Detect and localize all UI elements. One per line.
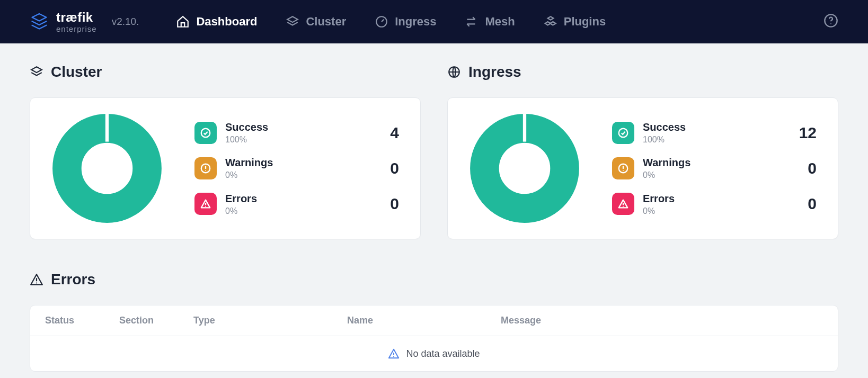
cubes-icon	[544, 15, 557, 29]
errors-table-empty: No data available	[30, 336, 838, 371]
overview-row: Cluster Success 10	[30, 64, 838, 239]
ingress-warnings-row: Warnings 0% 0	[612, 156, 817, 180]
ingress-warnings-value: 0	[808, 159, 817, 177]
help-button[interactable]	[823, 13, 838, 30]
nav-cluster-label: Cluster	[306, 15, 346, 29]
brand[interactable]: træfik enterprise v2.10.	[30, 11, 139, 33]
svg-point-8	[205, 170, 206, 171]
errors-title-text: Errors	[51, 271, 95, 288]
ingress-errors-value: 0	[808, 195, 817, 213]
cluster-warnings-pct: 0%	[225, 170, 273, 180]
cluster-title-text: Cluster	[51, 64, 102, 80]
cluster-success-value: 4	[390, 124, 399, 142]
cluster-donut	[51, 113, 163, 224]
brand-text: træfik enterprise	[56, 11, 97, 33]
errors-table: Status Section Type Name Message No data…	[30, 305, 838, 372]
cluster-errors-pct: 0%	[225, 206, 257, 216]
nav-plugins[interactable]: Plugins	[544, 15, 606, 29]
home-icon	[176, 15, 190, 29]
cluster-success-row: Success 100% 4	[194, 121, 399, 145]
col-type[interactable]: Type	[193, 315, 347, 326]
ingress-card: Success 100% 12 Warnings 0% 0	[447, 97, 838, 239]
cluster-warnings-value: 0	[390, 159, 399, 177]
help-icon	[823, 13, 838, 28]
nav-ingress[interactable]: Ingress	[375, 15, 436, 29]
errors-section: Errors Status Section Type Name Message …	[30, 271, 838, 372]
cluster-errors-label: Errors	[225, 192, 257, 205]
nav-dashboard-label: Dashboard	[196, 15, 257, 29]
cluster-errors-row: Errors 0% 0	[194, 192, 399, 216]
ingress-errors-row: Errors 0% 0	[612, 192, 817, 216]
errors-table-header: Status Section Type Name Message	[30, 305, 838, 336]
gauge-icon	[375, 15, 388, 29]
svg-point-19	[623, 206, 624, 207]
cluster-column: Cluster Success 10	[30, 64, 421, 239]
success-icon	[612, 122, 634, 144]
cluster-success-pct: 100%	[225, 134, 268, 145]
svg-point-21	[36, 282, 37, 283]
ingress-title: Ingress	[447, 64, 838, 80]
nav-cluster[interactable]: Cluster	[286, 15, 346, 29]
brand-name: træfik	[56, 11, 97, 24]
nav-mesh[interactable]: Mesh	[465, 15, 515, 29]
ingress-errors-label: Errors	[643, 192, 675, 205]
svg-point-14	[619, 129, 628, 138]
ingress-stats: Success 100% 12 Warnings 0% 0	[612, 121, 817, 216]
svg-point-23	[394, 356, 395, 357]
col-name[interactable]: Name	[347, 315, 501, 326]
cluster-stats: Success 100% 4 Warnings 0% 0	[194, 121, 399, 216]
layers-icon	[286, 15, 299, 29]
ingress-errors-pct: 0%	[643, 206, 675, 216]
ingress-success-pct: 100%	[643, 134, 686, 145]
ingress-column: Ingress Success 10	[447, 64, 838, 239]
svg-point-17	[623, 170, 624, 171]
svg-point-2	[830, 23, 831, 24]
version-label: v2.10.	[112, 16, 139, 28]
error-icon	[194, 193, 217, 215]
svg-point-5	[201, 129, 210, 138]
brand-subtitle: enterprise	[56, 25, 97, 33]
success-icon	[194, 122, 217, 144]
col-message[interactable]: Message	[501, 315, 823, 326]
error-icon	[612, 193, 634, 215]
info-triangle-icon	[388, 348, 400, 359]
cluster-title: Cluster	[30, 64, 421, 80]
main-nav: Dashboard Cluster Ingress Mesh Plugins	[176, 15, 606, 29]
col-section[interactable]: Section	[119, 315, 193, 326]
cluster-card: Success 100% 4 Warnings 0% 0	[30, 97, 421, 239]
nav-plugins-label: Plugins	[564, 15, 606, 29]
svg-rect-13	[523, 113, 526, 142]
nav-mesh-label: Mesh	[485, 15, 515, 29]
svg-rect-4	[105, 113, 109, 142]
errors-title: Errors	[30, 271, 838, 288]
nav-ingress-label: Ingress	[395, 15, 436, 29]
layers-icon	[30, 65, 43, 79]
globe-icon	[447, 65, 461, 79]
ingress-warnings-pct: 0%	[643, 170, 690, 180]
cluster-warnings-row: Warnings 0% 0	[194, 156, 399, 180]
swap-icon	[465, 15, 479, 29]
ingress-success-row: Success 100% 12	[612, 121, 817, 145]
nav-dashboard[interactable]: Dashboard	[176, 15, 257, 29]
col-status[interactable]: Status	[45, 315, 119, 326]
svg-point-10	[205, 206, 206, 207]
ingress-donut	[469, 113, 580, 224]
cluster-warnings-label: Warnings	[225, 156, 273, 169]
ingress-success-value: 12	[799, 124, 817, 142]
traefik-logo-icon	[30, 12, 49, 31]
page-content: Cluster Success 10	[0, 43, 868, 378]
warning-icon	[194, 157, 217, 179]
warning-icon	[612, 157, 634, 179]
topbar: træfik enterprise v2.10. Dashboard Clust…	[0, 0, 868, 43]
ingress-warnings-label: Warnings	[643, 156, 690, 169]
ingress-success-label: Success	[643, 121, 686, 133]
ingress-title-text: Ingress	[468, 64, 521, 80]
cluster-success-label: Success	[225, 121, 268, 133]
alert-triangle-icon	[30, 273, 43, 286]
errors-empty-text: No data available	[406, 348, 480, 359]
cluster-errors-value: 0	[390, 195, 399, 213]
